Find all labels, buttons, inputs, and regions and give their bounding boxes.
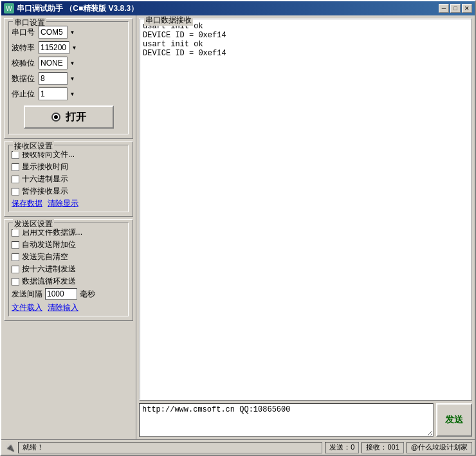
send-cb5-label: 数据流循环发送 — [22, 276, 76, 287]
close-button[interactable]: ✕ — [462, 4, 472, 13]
send-cb4-row: 按十六进制发送 — [12, 264, 125, 275]
send-links: 文件载入 清除输入 — [12, 302, 125, 313]
maximize-button[interactable]: □ — [450, 4, 461, 13]
title-bar-left: W 串口调试助手 （C■精装版 V3.8.3） — [4, 3, 138, 14]
port-select[interactable]: COM5 COM1 COM2 COM3 COM4 — [39, 26, 77, 39]
main-area: 串口设置 串口号 COM5 COM1 COM2 COM3 COM4 — [1, 15, 475, 439]
recv-to-file-checkbox[interactable] — [12, 151, 19, 159]
minimize-button[interactable]: ─ — [439, 4, 449, 13]
other-status: @什么垃圾计划家 — [407, 442, 472, 453]
send-settings-label: 发送区设置 — [13, 219, 54, 230]
send-area: http://www.cmsoft.cn QQ:10865600 发送 — [139, 403, 472, 437]
send-button[interactable]: 发送 — [436, 403, 472, 437]
show-recv-time-checkbox[interactable] — [12, 163, 19, 171]
send-cb2-row: 自动发送附加位 — [12, 239, 125, 250]
recv-cb4-label: 暂停接收显示 — [22, 186, 68, 197]
send-cb3-row: 发送完自清空 — [12, 251, 125, 262]
recv-cb4-row: 暂停接收显示 — [12, 186, 125, 197]
baud-row: 波特率 115200 9600 19200 38400 57600 ▼ — [12, 41, 125, 54]
recv-data-textarea[interactable]: usart init ok DEVICE ID = 0xef14 usart i… — [140, 19, 471, 399]
status-ready: 就绪！ — [18, 442, 322, 453]
baud-select[interactable]: 115200 9600 19200 38400 57600 — [39, 41, 79, 54]
save-data-link[interactable]: 保存数据 — [12, 198, 42, 209]
send-cb3-label: 发送完自清空 — [22, 251, 68, 262]
send-settings-group: 发送区设置 启用文件数据源... 自动发送附加位 发送完自清空 — [4, 219, 133, 321]
baud-label: 波特率 — [12, 42, 39, 53]
stopbits-select[interactable]: 1 1.5 2 — [39, 87, 77, 100]
clear-display-link[interactable]: 清除显示 — [48, 198, 78, 209]
send-interval-input[interactable] — [45, 288, 77, 300]
recv-settings-group: 接收区设置 接收转向文件... 显示接收时间 十六进制显示 — [4, 141, 133, 217]
recv-cb3-row: 十六进制显示 — [12, 174, 125, 185]
send-count: 发送：0 — [325, 442, 359, 453]
stopbits-label: 停止位 — [12, 89, 39, 100]
right-panel: 串口数据接收 usart init ok DEVICE ID = 0xef14 … — [136, 15, 475, 439]
window-controls: ─ □ ✕ — [439, 4, 472, 13]
port-label: 串口号 — [12, 27, 39, 38]
stopbits-row: 停止位 1 1.5 2 ▼ — [12, 87, 125, 100]
recv-cb2-row: 显示接收时间 — [12, 161, 125, 172]
hex-send-checkbox[interactable] — [12, 266, 19, 273]
left-panel: 串口设置 串口号 COM5 COM1 COM2 COM3 COM4 — [1, 15, 136, 439]
send-interval-unit: 毫秒 — [80, 289, 95, 300]
window-body: 串口设置 串口号 COM5 COM1 COM2 COM3 COM4 — [1, 15, 475, 455]
send-settings-inner: 发送区设置 启用文件数据源... 自动发送附加位 发送完自清空 — [8, 223, 129, 316]
open-radio-icon — [51, 113, 60, 122]
auto-append-checkbox[interactable] — [12, 241, 19, 249]
send-count-text: 发送：0 — [329, 442, 354, 452]
recv-count-text: 接收：001 — [366, 442, 399, 452]
recv-cb2-label: 显示接收时间 — [22, 161, 68, 172]
send-interval-label: 发送间隔 — [12, 289, 42, 300]
recv-data-group: 串口数据接收 usart init ok DEVICE ID = 0xef14 … — [139, 18, 472, 401]
send-input[interactable]: http://www.cmsoft.cn QQ:10865600 — [139, 403, 434, 437]
stopbits-select-wrapper: 1 1.5 2 ▼ — [39, 87, 77, 100]
port-select-wrapper: COM5 COM1 COM2 COM3 COM4 ▼ — [39, 26, 77, 39]
serial-settings-group: 串口设置 串口号 COM5 COM1 COM2 COM3 COM4 — [4, 18, 133, 139]
databits-row: 数据位 8 5 6 7 ▼ — [12, 72, 125, 85]
clear-input-link[interactable]: 清除输入 — [48, 302, 78, 313]
parity-row: 校验位 NONE ODD EVEN ▼ — [12, 57, 125, 69]
recv-count: 接收：001 — [362, 442, 403, 453]
loop-send-checkbox[interactable] — [12, 278, 19, 286]
other-status-text: @什么垃圾计划家 — [411, 442, 468, 452]
parity-select[interactable]: NONE ODD EVEN — [39, 57, 77, 69]
recv-settings-inner: 接收区设置 接收转向文件... 显示接收时间 十六进制显示 — [8, 145, 129, 212]
recv-settings-label: 接收区设置 — [13, 141, 54, 152]
file-load-link[interactable]: 文件载入 — [12, 302, 42, 313]
pause-recv-checkbox[interactable] — [12, 188, 19, 196]
databits-select-wrapper: 8 5 6 7 ▼ — [39, 72, 77, 85]
hex-display-checkbox[interactable] — [12, 176, 19, 183]
status-ready-text: 就绪！ — [23, 442, 44, 452]
databits-label: 数据位 — [12, 73, 39, 84]
send-btn-label: 发送 — [445, 414, 463, 426]
send-cb4-label: 按十六进制发送 — [22, 264, 76, 275]
status-icon: 🔌 — [4, 442, 15, 453]
title-bar: W 串口调试助手 （C■精装版 V3.8.3） ─ □ ✕ — [1, 1, 475, 15]
parity-label: 校验位 — [12, 58, 39, 69]
open-port-button[interactable]: 打开 — [24, 105, 114, 129]
serial-settings-inner: 串口设置 串口号 COM5 COM1 COM2 COM3 COM4 — [8, 21, 129, 134]
baud-select-wrapper: 115200 9600 19200 38400 57600 ▼ — [39, 41, 79, 54]
send-cb5-row: 数据流循环发送 — [12, 276, 125, 287]
recv-data-inner: 串口数据接收 usart init ok DEVICE ID = 0xef14 … — [140, 19, 471, 400]
recv-cb3-label: 十六进制显示 — [22, 174, 68, 185]
title-text: 串口调试助手 （C■精装版 V3.8.3） — [17, 3, 138, 14]
open-btn-label: 打开 — [66, 111, 86, 124]
parity-select-wrapper: NONE ODD EVEN ▼ — [39, 57, 77, 69]
file-datasource-checkbox[interactable] — [12, 229, 19, 237]
radio-dot-inner — [54, 115, 58, 119]
recv-data-label: 串口数据接收 — [144, 15, 193, 26]
auto-clear-checkbox[interactable] — [12, 253, 19, 261]
app-icon: W — [4, 3, 14, 14]
databits-select[interactable]: 8 5 6 7 — [39, 72, 77, 85]
status-bar: 🔌 就绪！ 发送：0 接收：001 @什么垃圾计划家 — [1, 439, 475, 455]
main-window: W 串口调试助手 （C■精装版 V3.8.3） ─ □ ✕ 串口设置 串口号 — [0, 0, 476, 456]
send-interval-row: 发送间隔 毫秒 — [12, 288, 125, 300]
recv-links: 保存数据 清除显示 — [12, 198, 125, 209]
send-cb2-label: 自动发送附加位 — [22, 239, 76, 250]
